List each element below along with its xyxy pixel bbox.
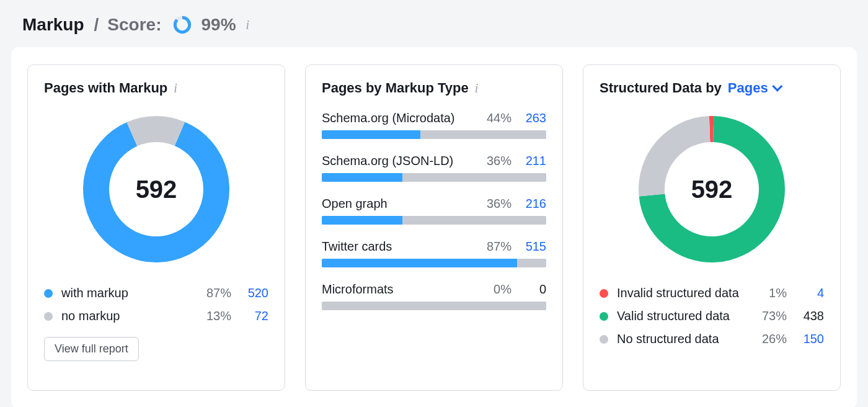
card-structured-data: Structured Data by Pages 592 Invalid str… [583,65,841,391]
score-ring-icon [173,16,192,34]
card-pages-with-markup: Pages with Markup i 592 with markup87%52… [27,65,285,391]
legend-label: no markup [61,309,195,323]
bar-count: 0 [512,282,546,297]
card-title: Structured Data by [600,80,722,96]
legend-count[interactable]: 520 [231,286,268,300]
bar-count[interactable]: 216 [512,197,546,211]
bar-label: Microformats [322,282,476,297]
bar-fill [322,130,420,139]
bar-fill [322,173,402,182]
legend-count: 438 [787,309,824,323]
bar-label: Twitter cards [322,239,476,254]
legend-dot-icon [600,335,608,344]
bar-track [322,302,546,310]
legend-pct: 1% [751,286,787,300]
donut-chart-structured: 592 [600,109,824,270]
info-icon[interactable]: i [475,81,479,96]
bar-track [322,130,546,139]
info-icon[interactable]: i [174,81,177,96]
legend-markup: with markup87%520no markup13%72 [44,286,268,323]
legend-pct: 73% [751,309,787,323]
bar-count[interactable]: 211 [512,154,546,168]
bar-pct: 87% [476,239,512,254]
card-title: Pages with Markup [44,80,167,96]
donut-chart-markup: 592 [44,109,268,270]
bar-row: Schema.org (Microdata)44%263 [322,111,546,139]
bar-track [322,216,546,225]
bar-fill [322,259,517,267]
legend-dot-icon [44,289,53,298]
legend-row: with markup87%520 [44,286,268,300]
bar-label: Open graph [322,197,476,211]
bar-row: Schema.org (JSON-LD)36%211 [322,154,546,182]
cards-container: Pages with Markup i 592 with markup87%52… [11,47,857,407]
bar-label: Schema.org (JSON-LD) [322,154,476,168]
bar-fill [322,216,402,225]
legend-count[interactable]: 150 [787,332,824,346]
legend-row: no markup13%72 [44,309,268,323]
bar-track [322,173,546,182]
legend-label: with markup [61,286,195,300]
bar-pct: 44% [476,111,512,125]
bar-label: Schema.org (Microdata) [322,111,476,125]
legend-row: Invalid structured data1%4 [600,286,824,300]
legend-pct: 87% [195,286,231,300]
legend-dot-icon [600,289,608,298]
legend-row: Valid structured data73%438 [600,309,824,323]
donut-total: 592 [691,176,733,204]
bar-pct: 0% [476,282,512,297]
title-separator: / [94,15,99,35]
legend-dot-icon [600,312,608,321]
bars-list: Schema.org (Microdata)44%263Schema.org (… [322,111,546,310]
bar-count[interactable]: 263 [512,111,546,125]
legend-label: Invalid structured data [617,286,751,300]
legend-structured: Invalid structured data1%4Valid structur… [600,286,824,346]
info-icon[interactable]: i [246,18,250,32]
dropdown-label: Pages [728,80,768,96]
page-title: Markup [22,15,84,35]
bar-row: Microformats0%0 [322,282,546,310]
legend-label: No structured data [617,332,751,346]
bar-pct: 36% [476,154,512,168]
legend-dot-icon [44,312,53,321]
legend-pct: 13% [195,309,231,323]
bar-row: Open graph36%216 [322,197,546,225]
bar-count[interactable]: 515 [512,239,546,254]
legend-count[interactable]: 4 [787,286,824,300]
legend-pct: 26% [751,332,787,346]
card-markup-types: Pages by Markup Type i Schema.org (Micro… [305,65,563,391]
bar-track [322,259,546,267]
legend-label: Valid structured data [617,309,751,323]
view-full-report-button[interactable]: View full report [44,337,139,361]
page-header: Markup / Score: 99% i [0,0,868,47]
bar-pct: 36% [476,197,512,211]
structured-by-dropdown[interactable]: Pages [728,80,779,96]
bar-row: Twitter cards87%515 [322,239,546,267]
donut-slice[interactable] [126,116,185,146]
legend-row: No structured data26%150 [600,332,824,346]
chevron-down-icon [772,81,782,92]
score-value: 99% [202,15,236,35]
legend-count[interactable]: 72 [231,309,268,323]
card-title: Pages by Markup Type [322,80,469,96]
donut-total: 592 [136,176,177,204]
score-label: Score: [107,15,161,35]
